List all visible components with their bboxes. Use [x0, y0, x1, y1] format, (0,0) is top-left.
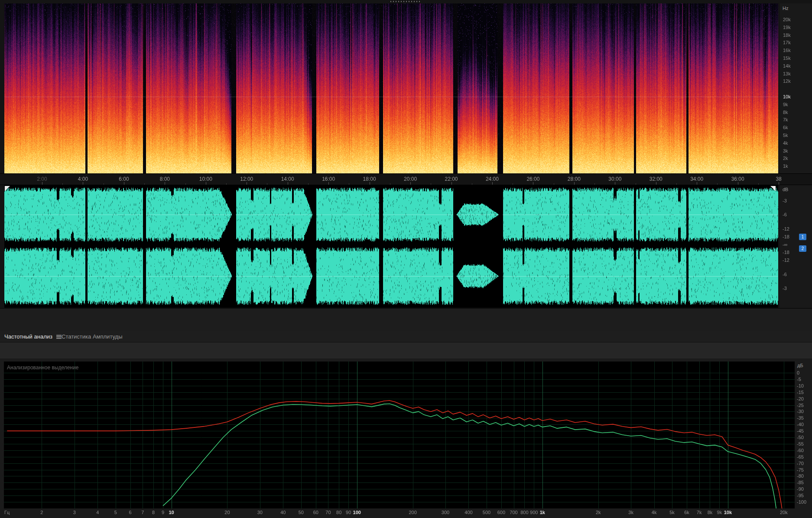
- app-window: Hz +0 dB dB 1 2 0:00.000 Частотный анали…: [0, 0, 812, 518]
- spectrogram-canvas[interactable]: [4, 3, 778, 173]
- analysis-tab-bar: Частотный анализ Статистика Амплитуды: [0, 331, 812, 342]
- channel-2-badge[interactable]: 2: [799, 245, 806, 252]
- tab-label: Частотный анализ: [4, 333, 52, 340]
- selection-handle-left[interactable]: [5, 186, 10, 191]
- frequency-graph-canvas[interactable]: [4, 362, 795, 508]
- transport-bar: 0:00.000: [0, 308, 812, 331]
- selection-handle-right[interactable]: [770, 186, 776, 191]
- panel-menu-icon[interactable]: [56, 335, 62, 339]
- freq-ruler-indicator: [4, 97, 778, 97]
- analysis-controls: Масштаб: Логарифмический Остановка кадра…: [0, 342, 812, 358]
- y-unit-label: дБ: [797, 363, 803, 368]
- tab-amplitude-statistics[interactable]: Статистика Амплитуды: [62, 331, 122, 342]
- tab-label: Статистика Амплитуды: [62, 333, 122, 340]
- tab-frequency-analysis[interactable]: Частотный анализ: [4, 331, 62, 342]
- channel-1-badge[interactable]: 1: [799, 234, 806, 240]
- panel-grip[interactable]: [390, 1, 422, 2]
- right-scale-sidebar: [780, 3, 812, 308]
- freq-unit-label: Hz: [783, 6, 788, 11]
- waveform-canvas[interactable]: [4, 185, 778, 308]
- db-unit-label: dB: [783, 187, 788, 192]
- overlay-label: Анализированное выделение: [7, 365, 78, 371]
- x-unit-label: Гц: [4, 510, 10, 515]
- timeline-ruler[interactable]: +0 dB: [0, 173, 812, 185]
